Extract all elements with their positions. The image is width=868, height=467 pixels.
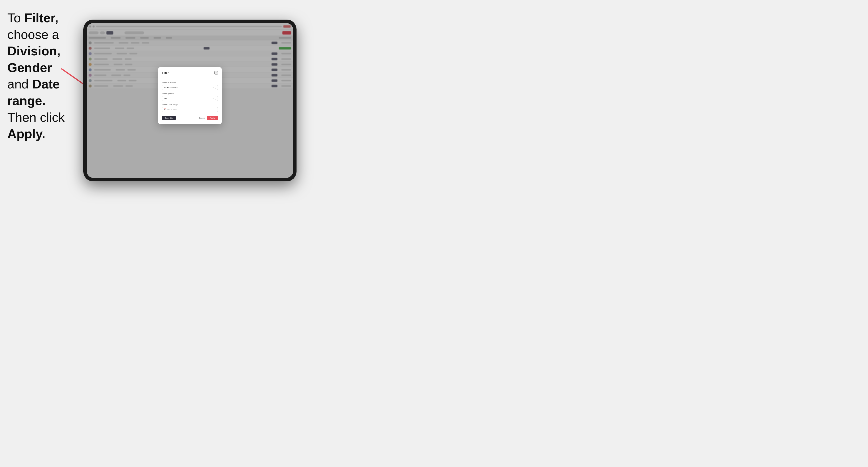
instruction-line4: Then click Apply. xyxy=(7,110,65,141)
gender-form-group: Select gender Men × ⌃⌄ xyxy=(162,93,218,101)
calendar-icon: 📅 xyxy=(164,108,166,111)
dialog-footer: Clear filter Cancel Apply xyxy=(162,116,218,120)
dialog-header: Filter × xyxy=(162,71,218,74)
division-label: Select a division xyxy=(162,82,218,84)
division-arrow-icon[interactable]: ⌃⌄ xyxy=(215,86,216,89)
filter-dialog: Filter × Select a division NCAA Division… xyxy=(158,67,222,124)
tablet-screen: Filter × Select a division NCAA Division… xyxy=(87,23,293,178)
tablet-frame: Filter × Select a division NCAA Division… xyxy=(83,20,297,181)
date-input[interactable]: 📅 Pick a date xyxy=(162,107,218,112)
division-clear-icon[interactable]: × xyxy=(213,86,214,89)
instruction-line2: Division, Gender xyxy=(7,44,61,75)
instruction-line3: and Date range. xyxy=(7,77,60,108)
division-form-group: Select a division NCAA Division I × ⌃⌄ xyxy=(162,82,218,90)
division-select[interactable]: NCAA Division I × ⌃⌄ xyxy=(162,85,218,90)
gender-label: Select gender xyxy=(162,93,218,95)
modal-overlay[interactable]: Filter × Select a division NCAA Division… xyxy=(87,23,293,178)
date-label: Select Date range xyxy=(162,104,218,106)
gender-controls: × ⌃⌄ xyxy=(213,97,216,100)
clear-filter-button[interactable]: Clear filter xyxy=(162,116,176,120)
dialog-title: Filter xyxy=(162,71,168,74)
gender-value: Men xyxy=(164,97,213,99)
date-placeholder: Pick a date xyxy=(167,108,177,111)
gender-clear-icon[interactable]: × xyxy=(213,97,214,99)
division-value: NCAA Division I xyxy=(164,86,213,89)
division-controls: × ⌃⌄ xyxy=(213,86,216,89)
apply-button[interactable]: Apply xyxy=(207,116,218,120)
header-divider xyxy=(158,78,222,78)
instruction-text: To Filter, choose a Division, Gender and… xyxy=(7,10,79,142)
gender-arrow-icon[interactable]: ⌃⌄ xyxy=(215,97,216,100)
date-form-group: Select Date range 📅 Pick a date xyxy=(162,104,218,112)
instruction-line1: To Filter, choose a xyxy=(7,11,59,42)
gender-select[interactable]: Men × ⌃⌄ xyxy=(162,96,218,101)
close-button[interactable]: × xyxy=(214,71,218,74)
cancel-button[interactable]: Cancel xyxy=(197,116,207,120)
